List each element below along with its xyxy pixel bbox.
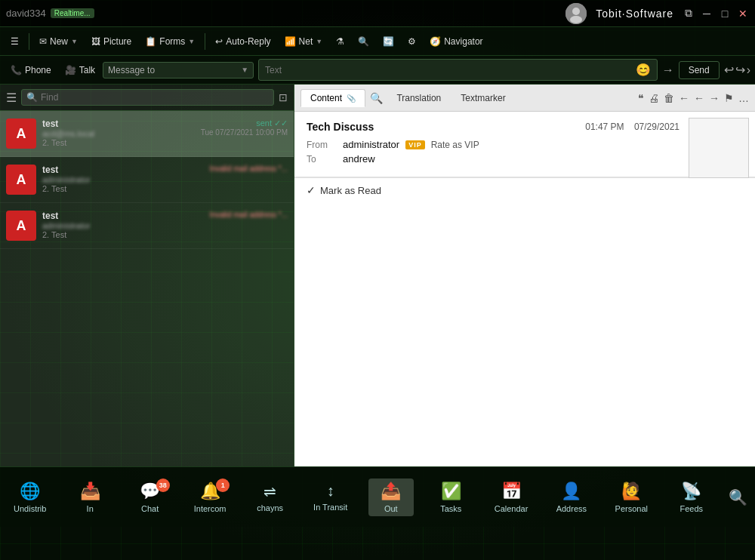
sidebar-item-chat[interactable]: 💬 Chat 38: [128, 478, 173, 516]
intransit-icon: ↕: [327, 482, 334, 500]
svg-point-1: [572, 8, 580, 15]
avatar: A: [6, 165, 36, 195]
sidebar-item-in[interactable]: 📥 In: [67, 478, 112, 516]
search-options-icon[interactable]: ⊡: [279, 91, 288, 103]
panel-hamburger-icon[interactable]: ☰: [6, 91, 17, 105]
filter-button[interactable]: ⚗: [330, 34, 350, 49]
sidebar-item-out[interactable]: 📤 Out: [368, 478, 414, 516]
message-to-select[interactable]: Message to ▼: [103, 62, 254, 78]
prev-icon[interactable]: ←: [694, 92, 704, 104]
avatar[interactable]: [565, 3, 587, 24]
nav-label-out: Out: [384, 504, 398, 513]
checkmark-icon: ✓: [307, 184, 316, 196]
avatar: A: [6, 211, 36, 241]
delete-icon[interactable]: 🗑: [664, 92, 674, 104]
net-dropdown-arrow: ▼: [316, 38, 322, 45]
sidebar-item-undistrib[interactable]: 🌐 Undistrib: [8, 478, 53, 516]
search-input[interactable]: [41, 92, 269, 103]
bottom-nav: 🌐 Undistrib 📥 In 💬 Chat 38 🔔 Intercom 1 …: [0, 466, 755, 527]
sidebar-item-chayns[interactable]: ⇌ chayns: [248, 479, 293, 515]
msg-from: administrator: [42, 175, 204, 184]
left-panel-header: ☰ 🔍 ⊡: [0, 85, 294, 111]
talk-label: Talk: [79, 65, 95, 75]
minimize-button[interactable]: ─: [701, 8, 713, 20]
message-to-label: Message to: [108, 65, 241, 75]
msg-subject: test: [42, 211, 204, 221]
rate-vip-button[interactable]: Rate as VIP: [431, 140, 479, 150]
nav-arrows: ↩ ↪ ›: [724, 63, 750, 77]
tab-translation[interactable]: Translation: [387, 90, 450, 106]
settings-button[interactable]: ⚙: [402, 34, 422, 49]
filter-icon: ⚗: [336, 36, 344, 47]
from-value: administrator: [343, 139, 399, 150]
more-icon[interactable]: …: [738, 92, 749, 104]
tab-content[interactable]: Content 📎: [300, 89, 365, 107]
table-row[interactable]: A test acd@ms.local 2. Test sent ✓✓ Tue …: [0, 111, 294, 157]
msg-invalid: Invalid mail address *...: [210, 165, 288, 173]
talk-button[interactable]: 🎥 Talk: [59, 63, 101, 78]
sidebar-item-tasks[interactable]: ✅ Tasks: [428, 478, 473, 516]
settings-icon: ⚙: [408, 36, 416, 47]
hamburger-button[interactable]: ☰: [5, 34, 25, 49]
tab-search-icon[interactable]: 🔍: [367, 89, 386, 107]
new-dropdown-arrow: ▼: [71, 38, 78, 45]
sidebar-item-address[interactable]: 👤 Address: [549, 478, 594, 516]
back-icon[interactable]: ←: [679, 92, 689, 104]
forward-icon[interactable]: ›: [747, 63, 750, 77]
msg-date: Tue 07/27/2021 10:00 PM: [201, 128, 288, 137]
search-box[interactable]: 🔍: [21, 89, 274, 106]
next-icon[interactable]: →: [709, 92, 720, 104]
envelope-icon: ✉: [39, 36, 47, 47]
table-row[interactable]: A test administrator 2. Test Invalid mai…: [0, 157, 294, 203]
right-panel: Content 📎 🔍 Translation Textmarker ❝ 🖨 🗑…: [294, 85, 755, 466]
main-area: ☰ 🔍 ⊡ A test acd@ms.local 2. Test sent ✓…: [0, 85, 755, 466]
tab-textmarker[interactable]: Textmarker: [451, 90, 514, 106]
svg-point-2: [570, 16, 582, 23]
thumbnail-preview: [689, 118, 749, 178]
flag-icon[interactable]: ⚑: [724, 92, 734, 104]
sidebar-item-intercom[interactable]: 🔔 Intercom 1: [187, 478, 233, 516]
email-time: 01:47 PM: [585, 122, 624, 132]
restore-button[interactable]: ⧉: [683, 8, 695, 20]
net-label: Net: [299, 36, 313, 47]
nav-label-calendar: Calendar: [495, 504, 528, 513]
autoreply-button[interactable]: ↩ Auto-Reply: [209, 34, 276, 49]
emoji-icon[interactable]: 😊: [636, 63, 651, 77]
send-button[interactable]: Send: [679, 61, 720, 79]
net-button[interactable]: 📶 Net ▼: [279, 34, 329, 49]
sidebar-item-feeds[interactable]: 📡 Feeds: [669, 478, 714, 516]
email-subject: Tech Discuss: [307, 121, 374, 133]
forms-button[interactable]: 📋 Forms ▼: [139, 34, 201, 49]
picture-icon: 🖼: [91, 36, 100, 47]
forms-dropdown-arrow: ▼: [188, 38, 195, 45]
mark-as-read-row[interactable]: ✓ Mark as Read: [294, 177, 755, 202]
calendar-icon: 📅: [501, 482, 522, 501]
phone-button[interactable]: 📞 Phone: [5, 63, 57, 78]
table-row[interactable]: A test administrator 2. Test Invalid mai…: [0, 203, 294, 249]
navigator-button[interactable]: 🧭 Navigator: [424, 34, 488, 49]
quote-icon[interactable]: ❝: [638, 92, 644, 104]
picture-button[interactable]: 🖼 Picture: [85, 34, 137, 49]
print-icon[interactable]: 🖨: [649, 92, 659, 104]
globe-icon: 🌐: [20, 482, 40, 501]
window-controls[interactable]: ⧉ ─ □ ✕: [683, 8, 749, 20]
close-button[interactable]: ✕: [737, 8, 749, 20]
email-header: Tech Discuss 01:47 PM 07/29/2021 From ad…: [294, 112, 755, 177]
sidebar-item-personal[interactable]: 🙋 Personal: [609, 478, 654, 516]
tab-textmarker-label: Textmarker: [461, 93, 505, 103]
tabs-bar: Content 📎 🔍 Translation Textmarker ❝ 🖨 🗑…: [294, 85, 755, 112]
tasks-icon: ✅: [441, 482, 461, 501]
sync-button[interactable]: 🔄: [377, 34, 400, 49]
search-toolbar-button[interactable]: 🔍: [352, 34, 375, 49]
message-text-area[interactable]: Text 😊: [258, 59, 658, 81]
vip-badge: VIP: [405, 140, 425, 149]
maximize-button[interactable]: □: [719, 8, 731, 20]
sidebar-item-calendar[interactable]: 📅 Calendar: [488, 478, 535, 516]
new-button[interactable]: ✉ New ▼: [33, 34, 84, 49]
nav-label-address: Address: [556, 504, 587, 513]
sidebar-item-intransit[interactable]: ↕ In Transit: [307, 479, 353, 515]
undo-icon[interactable]: ↩: [724, 63, 734, 77]
search-button[interactable]: 🔍: [729, 488, 747, 506]
chat-badge: 38: [156, 478, 170, 492]
redo-icon[interactable]: ↪: [735, 63, 745, 77]
